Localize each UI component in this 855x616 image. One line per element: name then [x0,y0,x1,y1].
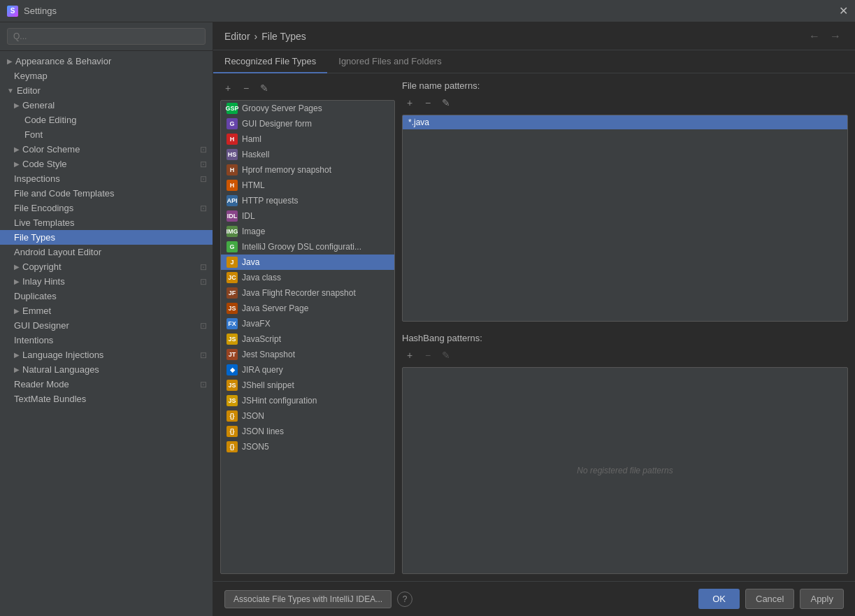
list-item[interactable]: FX JavaFX [221,316,394,331]
close-button[interactable]: ✕ [839,6,848,17]
sidebar-item-natural-languages[interactable]: ▶ Natural Languages [0,362,213,377]
list-item[interactable]: IMG Image [221,224,394,239]
file-type-label: Haskell [242,150,269,159]
list-item[interactable]: {} JSON5 [221,439,394,454]
list-item[interactable]: JS JavaScript [221,331,394,347]
sidebar-item-editor[interactable]: ▼ Editor [0,83,213,98]
list-item[interactable]: {} JSON lines [221,424,394,439]
file-name-patterns-list: *.java [402,115,848,322]
file-type-icon: H [227,164,238,176]
sidebar-item-file-encodings[interactable]: File Encodings ⊡ [0,201,213,215]
list-item[interactable]: ◆ JIRA query [221,362,394,378]
file-type-icon: G [227,118,238,129]
sidebar-item-emmet[interactable]: ▶ Emmet [0,303,213,318]
sidebar-item-file-code-templates[interactable]: File and Code Templates [0,186,213,201]
list-item[interactable]: {} JSON [221,408,394,424]
file-name-patterns-section: File name patterns: + − ✎ *.java [402,80,848,322]
add-file-type-button[interactable]: + [220,80,236,96]
ok-button[interactable]: OK [698,589,740,609]
file-type-icon: API [227,195,238,206]
file-type-label: JavaScript [242,334,281,344]
sidebar-item-code-editing[interactable]: Code Editing [0,113,213,127]
list-item[interactable]: HS Haskell [221,147,394,162]
settings-indicator-icon: ⊡ [200,203,207,213]
file-types-list: GSP Groovy Server Pages G GUI Designer f… [220,100,395,574]
list-item[interactable]: JC Java class [221,270,394,285]
breadcrumb-bar: Editor › File Types ← → [213,22,855,50]
remove-file-pattern-button[interactable]: − [420,95,436,110]
chevron-right-icon: ▶ [14,160,20,168]
sidebar-item-intentions[interactable]: Intentions [0,333,213,348]
cancel-button[interactable]: Cancel [745,589,794,609]
list-item[interactable]: *.java [403,115,847,129]
sidebar-list: ▶ Appearance & Behavior Keymap ▼ Editor … [0,51,213,616]
list-item[interactable]: IDL IDL [221,208,394,224]
sidebar-item-label: Copyright [22,262,62,272]
sidebar-item-android-layout[interactable]: Android Layout Editor [0,245,213,259]
sidebar-item-code-style[interactable]: ▶ Code Style ⊡ [0,157,213,171]
nav-back-button[interactable]: ← [806,29,823,44]
sidebar-item-color-scheme[interactable]: ▶ Color Scheme ⊡ [0,142,213,157]
list-item[interactable]: JF Java Flight Recorder snapshot [221,285,394,301]
sidebar: ▶ Appearance & Behavior Keymap ▼ Editor … [0,22,213,616]
remove-file-type-button[interactable]: − [238,80,254,96]
sidebar-item-label: Intentions [14,335,53,345]
sidebar-item-keymap[interactable]: Keymap [0,69,213,83]
settings-indicator-icon: ⊡ [200,350,207,360]
sidebar-item-live-templates[interactable]: Live Templates [0,215,213,230]
sidebar-item-inspections[interactable]: Inspections ⊡ [0,171,213,186]
list-item[interactable]: G GUI Designer form [221,116,394,131]
list-item[interactable]: G IntelliJ Groovy DSL configurati... [221,239,394,255]
sidebar-item-duplicates[interactable]: Duplicates [0,289,213,303]
list-item[interactable]: H Hprof memory snapshot [221,162,394,178]
file-type-label: JIRA query [242,365,283,375]
associate-file-types-button[interactable]: Associate File Types with IntelliJ IDEA.… [224,590,391,608]
file-type-icon: IDL [227,210,238,222]
sidebar-item-reader-mode[interactable]: Reader Mode ⊡ [0,377,213,392]
list-item[interactable]: JS JShell snippet [221,378,394,393]
edit-file-pattern-button[interactable]: ✎ [438,95,454,110]
file-type-icon: H [227,180,238,191]
sidebar-item-copyright[interactable]: ▶ Copyright ⊡ [0,259,213,274]
sidebar-item-general[interactable]: ▶ General [0,98,213,113]
nav-forward-button[interactable]: → [827,29,844,44]
list-item[interactable]: JT Jest Snapshot [221,347,394,362]
apply-button[interactable]: Apply [800,589,844,609]
settings-indicator-icon: ⊡ [200,159,207,169]
breadcrumb-parent[interactable]: Editor [224,31,250,42]
search-box [0,22,213,51]
list-item[interactable]: JS JSHint configuration [221,393,394,408]
tab-recognized[interactable]: Recognized File Types [213,50,327,73]
help-button[interactable]: ? [397,592,412,607]
sidebar-item-font[interactable]: Font [0,127,213,142]
chevron-right-icon: ▶ [14,263,20,271]
sidebar-item-language-injections[interactable]: ▶ Language Injections ⊡ [0,348,213,362]
list-item[interactable]: J Java [221,255,394,270]
edit-hashbang-pattern-button[interactable]: ✎ [438,348,454,363]
search-input[interactable] [7,28,206,45]
edit-file-type-button[interactable]: ✎ [257,80,272,96]
file-type-icon: {} [227,426,238,437]
tab-ignored[interactable]: Ignored Files and Folders [327,50,452,73]
list-item[interactable]: JS Java Server Page [221,301,394,316]
list-item[interactable]: H HTML [221,178,394,193]
sidebar-item-file-types[interactable]: File Types [0,230,213,245]
chevron-down-icon: ▼ [7,87,14,94]
file-type-label: HTTP requests [242,196,298,206]
sidebar-item-label: Code Style [22,159,67,169]
file-types-toolbar: + − ✎ [220,80,395,96]
sidebar-item-inlay-hints[interactable]: ▶ Inlay Hints ⊡ [0,274,213,289]
add-hashbang-pattern-button[interactable]: + [402,348,417,363]
list-item[interactable]: API HTTP requests [221,193,394,208]
sidebar-item-gui-designer[interactable]: GUI Designer ⊡ [0,318,213,333]
add-file-pattern-button[interactable]: + [402,95,417,110]
sidebar-item-appearance[interactable]: ▶ Appearance & Behavior [0,54,213,69]
sidebar-item-textmate[interactable]: TextMate Bundles [0,392,213,406]
file-type-icon: HS [227,149,238,160]
list-item[interactable]: GSP Groovy Server Pages [221,101,394,116]
list-item[interactable]: H Haml [221,131,394,147]
file-type-label: JavaFX [242,319,271,329]
right-panel: Editor › File Types ← → Recognized File … [213,22,855,616]
file-type-label: IntelliJ Groovy DSL configurati... [242,242,361,252]
remove-hashbang-pattern-button[interactable]: − [420,348,436,363]
